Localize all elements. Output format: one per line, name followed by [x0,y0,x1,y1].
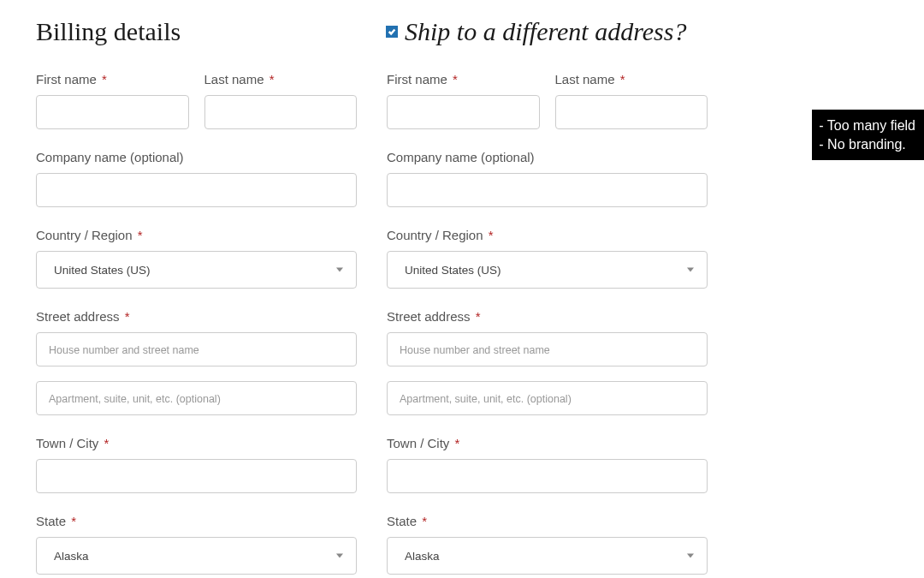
shipping-state-field: State * Alaska [387,514,708,575]
required-asterisk: * [102,72,107,86]
annotation-line: - No branding. [819,135,915,154]
required-asterisk: * [455,436,460,450]
billing-last-name-field: Last name * [204,72,358,129]
billing-first-name-field: First name * [36,72,189,129]
billing-city-label: Town / City * [36,436,357,450]
billing-street2-input[interactable] [36,381,357,415]
required-asterisk: * [270,72,275,86]
shipping-street1-input[interactable] [387,332,708,366]
billing-last-name-input[interactable] [204,95,358,129]
billing-title: Billing details [36,17,357,46]
required-asterisk: * [104,436,110,450]
required-asterisk: * [422,514,427,528]
shipping-city-label: Town / City * [387,436,708,450]
shipping-last-name-input[interactable] [555,95,708,129]
shipping-street-field: Street address * [387,309,708,415]
required-asterisk: * [71,514,76,528]
ship-different-checkbox[interactable] [386,26,398,38]
billing-city-input[interactable] [36,459,357,493]
billing-street-label: Street address * [36,309,357,324]
billing-state-select[interactable]: Alaska [36,537,357,575]
billing-state-label: State * [36,514,357,528]
annotation-line: - Too many field [819,116,915,135]
shipping-first-name-label: First name * [387,72,540,86]
shipping-state-label: State * [387,514,708,528]
billing-country-label: Country / Region * [36,228,357,242]
billing-first-name-label: First name * [36,72,189,86]
shipping-column: Ship to a different address? First name … [387,17,708,578]
billing-first-name-input[interactable] [36,95,189,129]
shipping-title: Ship to a different address? [386,17,708,46]
shipping-company-label: Company name (optional) [387,150,708,164]
required-asterisk: * [476,309,481,324]
required-asterisk: * [125,309,130,324]
billing-street1-input[interactable] [36,332,357,366]
billing-company-input[interactable] [36,173,357,207]
shipping-country-select[interactable]: United States (US) [387,251,708,289]
shipping-street-label: Street address * [387,309,708,324]
shipping-last-name-field: Last name * [555,72,708,129]
billing-city-field: Town / City * [36,436,357,493]
shipping-country-label: Country / Region * [387,228,708,242]
shipping-state-select[interactable]: Alaska [387,537,708,575]
shipping-first-name-field: First name * [387,72,540,129]
billing-country-select[interactable]: United States (US) [36,251,357,289]
shipping-last-name-label: Last name * [555,72,708,86]
billing-company-field: Company name (optional) [36,150,357,207]
billing-country-field: Country / Region * United States (US) [36,228,357,289]
required-asterisk: * [620,72,625,86]
shipping-city-field: Town / City * [387,436,708,493]
shipping-company-field: Company name (optional) [387,150,708,207]
shipping-first-name-input[interactable] [387,95,540,129]
required-asterisk: * [453,72,458,86]
billing-street-field: Street address * [36,309,357,415]
shipping-country-field: Country / Region * United States (US) [387,228,708,289]
shipping-company-input[interactable] [387,173,708,207]
required-asterisk: * [138,228,143,242]
billing-company-label: Company name (optional) [36,150,357,164]
shipping-street2-input[interactable] [387,381,708,415]
billing-state-field: State * Alaska [36,514,357,575]
check-icon [388,27,396,36]
billing-column: Billing details First name * Last name *… [36,17,357,578]
shipping-city-input[interactable] [387,459,708,493]
billing-last-name-label: Last name * [204,72,358,86]
required-asterisk: * [489,228,494,242]
annotation-overlay: - Too many field - No branding. [812,110,924,160]
